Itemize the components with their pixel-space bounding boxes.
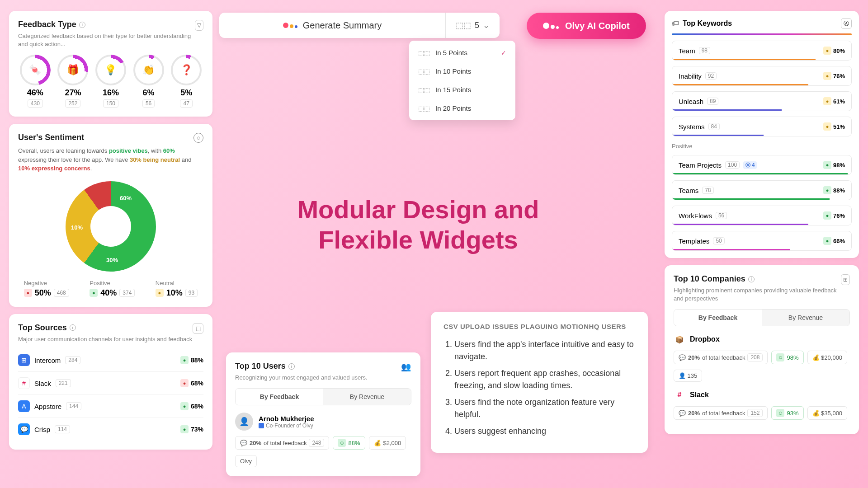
info-icon[interactable]: i xyxy=(79,22,85,28)
top-sources-subtitle: Major user communication channels for us… xyxy=(18,335,192,343)
tab-by-feedback[interactable]: By Feedback xyxy=(236,389,323,405)
info-icon[interactable]: i xyxy=(70,324,76,331)
generate-summary-bar: Generate Summary ⬚⬚ 5 ⌄ xyxy=(219,13,500,38)
keyword-item[interactable]: Teams78● 88% xyxy=(672,180,852,200)
top-companies-title: Top 10 Companies i xyxy=(674,274,841,284)
company-item[interactable]: #Slack 💬 20% of total feedback 152☺ 93%💰… xyxy=(674,389,850,425)
feedback-type-subtitle: Categorized feedback based on their type… xyxy=(18,32,195,48)
summary-count-selector[interactable]: ⬚⬚ 5 ⌄ xyxy=(445,13,500,38)
companies-segment-toggle: By Feedback By Revenue xyxy=(674,309,850,326)
summary-card: CSV UPLOAD ISSUES PLAGUING MOTIONHQ USER… xyxy=(431,312,648,453)
dropdown-item[interactable]: ⬚⬚In 10 Points xyxy=(409,62,515,80)
users-chip: 👤 135 xyxy=(674,370,702,382)
export-icon[interactable]: ⬚ xyxy=(193,323,203,334)
filter-icon[interactable]: ▽ xyxy=(195,20,204,31)
summary-point: Users report frequent app crashes, occas… xyxy=(454,367,635,392)
sentiment-chip: ☺ 93% xyxy=(771,406,803,420)
sentiment-stat: Neutral● 10% 93 xyxy=(156,280,198,298)
olvy-copilot-button[interactable]: Olvy AI Copilot xyxy=(527,13,646,39)
keyword-item[interactable]: Templates50● 66% xyxy=(672,231,852,251)
columns-icon: ⬚⬚ xyxy=(456,20,471,30)
sentiment-title: User's Sentiment xyxy=(18,133,84,142)
columns-icon: ⬚⬚ xyxy=(418,68,430,75)
sentiment-donut: 60% 30% 10% xyxy=(18,181,203,272)
summary-list: Users find the app's interface intuitive… xyxy=(443,338,635,437)
feedback-type-item[interactable]: 🍬46%430 xyxy=(18,56,52,108)
revenue-chip: 💰 $20,000 xyxy=(807,351,848,364)
hero-title: Modular Design and Flexible Widgets xyxy=(219,194,617,255)
sentiment-chip: ☺ 98% xyxy=(771,351,803,364)
tab-by-revenue[interactable]: By Revenue xyxy=(323,389,411,405)
info-icon[interactable]: i xyxy=(288,363,295,370)
positive-section-label: Positive xyxy=(672,143,852,150)
info-icon[interactable]: i xyxy=(748,276,755,282)
top-sources-title: Top Sources i xyxy=(18,323,192,333)
tag-icon: 🏷 xyxy=(672,19,679,28)
summary-heading: CSV UPLOAD ISSUES PLAGUING MOTIONHQ USER… xyxy=(443,323,635,330)
feedback-chip: 💬 20% of total feedback 248 xyxy=(235,436,329,450)
top-companies-card: Top 10 Companies i Highlighting prominen… xyxy=(665,265,859,434)
sentiment-stat: Negative● 50% 468 xyxy=(24,280,69,298)
summary-points-dropdown: ⬚⬚In 5 Points✓⬚⬚In 10 Points⬚⬚In 15 Poin… xyxy=(409,41,515,120)
feedback-chip: 💬 20% of total feedback 152 xyxy=(674,406,768,420)
language-icon[interactable]: Ⓐ xyxy=(841,18,852,29)
top-sources-card: Top Sources i Major user communication c… xyxy=(9,314,212,450)
grid-icon[interactable]: ⊞ xyxy=(841,274,850,285)
tab-by-feedback[interactable]: By Feedback xyxy=(674,310,762,326)
company-item[interactable]: 📦Dropbox 💬 20% of total feedback 208☺ 98… xyxy=(674,333,850,382)
source-row[interactable]: AAppstore144● 68% xyxy=(18,395,203,418)
keyword-item[interactable]: Team Projects100Ⓐ 4● 98% xyxy=(672,155,852,175)
top-keywords-card: 🏷 Top Keywords Ⓐ Team98● 80%Inability92●… xyxy=(665,11,859,258)
users-segment-toggle: By Feedback By Revenue xyxy=(235,388,411,405)
generate-summary-button[interactable]: Generate Summary xyxy=(219,20,445,31)
user-name: Arnob Mukherjee xyxy=(259,415,314,422)
avatar: 👤 xyxy=(235,413,253,431)
users-icon[interactable]: 👥 xyxy=(401,361,411,372)
top-companies-subtitle: Highlighting prominent companies providi… xyxy=(674,286,841,303)
top-keywords-title: 🏷 Top Keywords xyxy=(672,19,732,28)
top-users-title: Top 10 Users i xyxy=(235,361,368,371)
keyword-item[interactable]: Inability92● 76% xyxy=(672,66,852,86)
feedback-type-item[interactable]: 🎁27%252 xyxy=(56,56,90,108)
feedback-type-item[interactable]: ❓5%47 xyxy=(169,56,203,108)
dropdown-item[interactable]: ⬚⬚In 5 Points✓ xyxy=(409,43,515,62)
feedback-type-item[interactable]: 👏6%56 xyxy=(132,56,166,108)
user-row[interactable]: 👤 Arnob Mukherjee Co-Founder of Olvy xyxy=(235,413,411,431)
user-role: Co-Founder of Olvy xyxy=(259,422,314,429)
dropdown-item[interactable]: ⬚⬚In 15 Points xyxy=(409,80,515,99)
dropdown-item[interactable]: ⬚⬚In 20 Points xyxy=(409,99,515,117)
columns-icon: ⬚⬚ xyxy=(418,105,430,112)
tag-chip[interactable]: Olvy xyxy=(235,455,257,467)
face-icon[interactable]: ☺ xyxy=(193,133,203,143)
feedback-type-title: Feedback Type i xyxy=(18,20,195,29)
top-users-subtitle: Recognizing your most engaged and valued… xyxy=(235,374,368,382)
feedback-type-card: Feedback Type i Categorized feedback bas… xyxy=(9,11,212,117)
sentiment-chip: ☺ 88% xyxy=(333,436,365,450)
top-users-card: Top 10 Users i Recognizing your most eng… xyxy=(226,352,420,476)
olvy-logo-icon xyxy=(543,23,559,29)
summary-point: Users find the app's interface intuitive… xyxy=(454,338,635,363)
tab-by-revenue[interactable]: By Revenue xyxy=(762,310,849,326)
revenue-chip: 💰 $35,000 xyxy=(807,406,848,420)
revenue-chip: 💰 $2,000 xyxy=(369,436,406,450)
check-icon: ✓ xyxy=(501,49,506,56)
keyword-item[interactable]: Systems84● 51% xyxy=(672,117,852,136)
columns-icon: ⬚⬚ xyxy=(418,86,430,94)
columns-icon: ⬚⬚ xyxy=(418,49,430,56)
summary-point: Users find the note organization feature… xyxy=(454,396,635,421)
source-row[interactable]: #Slack221● 68% xyxy=(18,372,203,395)
keyword-item[interactable]: Unleash89● 61% xyxy=(672,91,852,111)
keyword-item[interactable]: WorkFlows56● 76% xyxy=(672,206,852,225)
feedback-type-item[interactable]: 💡16%150 xyxy=(94,56,128,108)
chevron-down-icon: ⌄ xyxy=(483,20,490,30)
source-row[interactable]: ⊞Intercom284● 88% xyxy=(18,349,203,372)
summary-point: Users suggest enhancing xyxy=(454,425,635,437)
sentiment-stat: Positive● 40% 374 xyxy=(90,280,135,298)
sentiment-text: Overall, users are leaning towards posit… xyxy=(18,146,203,173)
olvy-logo-icon xyxy=(283,23,297,28)
keyword-item[interactable]: Team98● 80% xyxy=(672,41,852,61)
sentiment-card: User's Sentiment ☺ Overall, users are le… xyxy=(9,124,212,307)
feedback-chip: 💬 20% of total feedback 208 xyxy=(674,351,768,364)
source-row[interactable]: 💬Crisp114● 73% xyxy=(18,418,203,441)
